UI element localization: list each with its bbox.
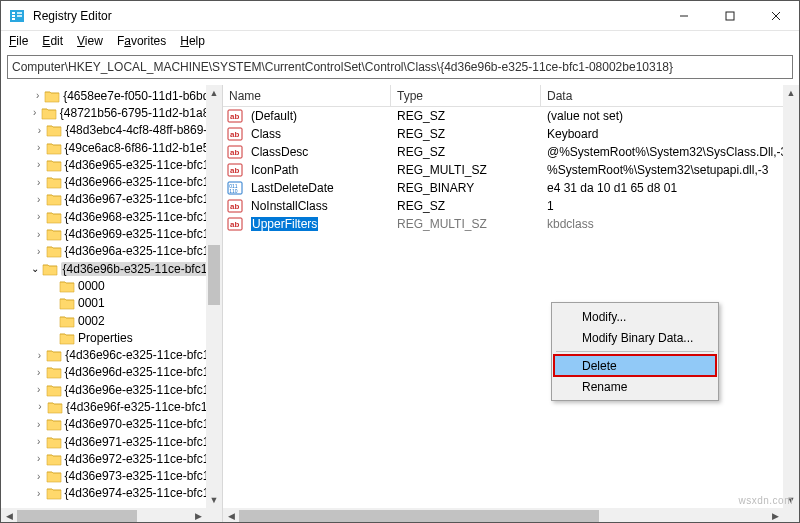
value-row[interactable]: 011110LastDeleteDateREG_BINARYe4 31 da 1…: [223, 179, 799, 197]
tree-item-label: {4658ee7e-f050-11d1-b6bd-0: [63, 89, 220, 103]
tree-item[interactable]: Properties: [1, 329, 222, 346]
scroll-right-icon[interactable]: ▶: [767, 508, 783, 523]
tree-item[interactable]: ›{4d36e973-e325-11ce-bfc1-0: [1, 468, 222, 485]
scroll-left-icon[interactable]: ◀: [1, 508, 17, 523]
tree-item[interactable]: 0002: [1, 312, 222, 329]
menu-view[interactable]: View: [77, 34, 103, 48]
menu-file[interactable]: FFileile: [9, 34, 28, 48]
chevron-icon[interactable]: ›: [32, 194, 46, 205]
list-vertical-scrollbar[interactable]: ▲ ▼: [783, 85, 799, 523]
menu-edit[interactable]: Edit: [42, 34, 63, 48]
svg-rect-1: [12, 12, 15, 14]
tree-item[interactable]: ›{4d36e96f-e325-11ce-bfc1-0: [1, 398, 222, 415]
chevron-icon[interactable]: ›: [29, 107, 41, 118]
tree-item[interactable]: ›{4d36e96e-e325-11ce-bfc1-0: [1, 381, 222, 398]
chevron-icon[interactable]: ›: [32, 350, 46, 361]
chevron-icon[interactable]: ›: [33, 125, 47, 136]
value-row[interactable]: abUpperFiltersREG_MULTI_SZkbdclass: [223, 215, 799, 233]
tree-item[interactable]: 0001: [1, 295, 222, 312]
scroll-up-icon[interactable]: ▲: [783, 85, 799, 101]
value-row[interactable]: abClassREG_SZKeyboard: [223, 125, 799, 143]
value-row[interactable]: abNoInstallClassREG_SZ1: [223, 197, 799, 215]
chevron-icon[interactable]: ›: [32, 211, 46, 222]
chevron-icon[interactable]: ›: [32, 142, 46, 153]
value-type: REG_MULTI_SZ: [391, 163, 541, 177]
chevron-icon[interactable]: ›: [32, 367, 46, 378]
menu-help[interactable]: Help: [180, 34, 205, 48]
tree-item[interactable]: ›{4d36e974-e325-11ce-bfc1-0: [1, 485, 222, 502]
svg-text:ab: ab: [230, 202, 239, 211]
list-horizontal-scrollbar[interactable]: ◀ ▶: [223, 508, 783, 523]
value-data: 1: [541, 199, 799, 213]
tree-item[interactable]: ⌄{4d36e96b-e325-11ce-bfc1-0: [1, 260, 222, 277]
menu-item-delete[interactable]: Delete: [554, 355, 716, 376]
maximize-button[interactable]: [707, 1, 753, 31]
close-button[interactable]: [753, 1, 799, 31]
col-header-type[interactable]: Type: [391, 85, 541, 106]
chevron-icon[interactable]: ›: [32, 436, 46, 447]
scroll-down-icon[interactable]: ▼: [206, 492, 222, 508]
tree-item-label: {4d36e966-e325-11ce-bfc1-0: [65, 175, 220, 189]
tree-item[interactable]: 0000: [1, 277, 222, 294]
chevron-icon[interactable]: ›: [32, 177, 46, 188]
svg-text:ab: ab: [230, 148, 239, 157]
tree-item[interactable]: ›{4d36e969-e325-11ce-bfc1-0: [1, 225, 222, 242]
chevron-icon[interactable]: ›: [32, 384, 46, 395]
value-row[interactable]: abClassDescREG_SZ@%SystemRoot%\System32\…: [223, 143, 799, 161]
tree-item[interactable]: ›{4d36e968-e325-11ce-bfc1-0: [1, 208, 222, 225]
values-pane[interactable]: Name Type Data ab(Default)REG_SZ(value n…: [223, 85, 799, 523]
window-title: Registry Editor: [33, 9, 112, 23]
tree-vertical-scrollbar[interactable]: ▲▼: [206, 85, 222, 523]
tree-item[interactable]: ›{48721b56-6795-11d2-b1a8-0: [1, 104, 222, 121]
chevron-icon[interactable]: ›: [32, 419, 46, 430]
tree-item[interactable]: ›{4d36e971-e325-11ce-bfc1-0: [1, 433, 222, 450]
tree-item-label: {4d36e96b-e325-11ce-bfc1-0: [61, 262, 220, 276]
menu-item-rename[interactable]: Rename: [554, 376, 716, 397]
svg-text:ab: ab: [230, 112, 239, 121]
chevron-icon[interactable]: ›: [32, 246, 46, 257]
chevron-icon[interactable]: ›: [32, 229, 46, 240]
tree-item[interactable]: ›{4d36e965-e325-11ce-bfc1-0: [1, 156, 222, 173]
chevron-icon[interactable]: ›: [32, 159, 46, 170]
value-row[interactable]: abIconPathREG_MULTI_SZ%SystemRoot%\Syste…: [223, 161, 799, 179]
tree-horizontal-scrollbar[interactable]: ◀▶: [1, 508, 206, 523]
chevron-icon[interactable]: ›: [31, 90, 44, 101]
minimize-button[interactable]: [661, 1, 707, 31]
menubar: FFileile Edit View Favorites Help: [1, 31, 799, 51]
scroll-up-icon[interactable]: ▲: [206, 85, 222, 101]
tree-item[interactable]: ›{4d36e96c-e325-11ce-bfc1-0: [1, 346, 222, 363]
tree-item[interactable]: ›{4658ee7e-f050-11d1-b6bd-0: [1, 87, 222, 104]
tree-item-label: {4d36e968-e325-11ce-bfc1-0: [65, 210, 220, 224]
watermark: wsxdn.com: [738, 495, 793, 506]
tree-item[interactable]: ›{4d36e96a-e325-11ce-bfc1-0: [1, 243, 222, 260]
hscroll-thumb[interactable]: [239, 510, 599, 522]
chevron-icon[interactable]: ⌄: [29, 263, 41, 274]
menu-favorites[interactable]: Favorites: [117, 34, 166, 48]
tree-item[interactable]: ›{4d36e972-e325-11ce-bfc1-0: [1, 450, 222, 467]
tree-item[interactable]: ›{4d36e96d-e325-11ce-bfc1-0: [1, 364, 222, 381]
scroll-left-icon[interactable]: ◀: [223, 508, 239, 523]
chevron-icon[interactable]: ›: [32, 471, 46, 482]
hscroll-thumb[interactable]: [17, 510, 137, 522]
value-data: (value not set): [541, 109, 799, 123]
tree-item[interactable]: ›{4d36e970-e325-11ce-bfc1-0: [1, 416, 222, 433]
tree-pane[interactable]: ›{4658ee7e-f050-11d1-b6bd-0›{48721b56-67…: [1, 85, 223, 523]
value-row[interactable]: ab(Default)REG_SZ(value not set): [223, 107, 799, 125]
col-header-name[interactable]: Name: [223, 85, 391, 106]
tree-item[interactable]: ›{49ce6ac8-6f86-11d2-b1e5-0: [1, 139, 222, 156]
tree-item[interactable]: ›{4d36e966-e325-11ce-bfc1-0: [1, 173, 222, 190]
scroll-right-icon[interactable]: ▶: [190, 508, 206, 523]
menu-item-modify-binary[interactable]: Modify Binary Data...: [554, 327, 716, 348]
col-header-data[interactable]: Data: [541, 85, 799, 106]
chevron-icon[interactable]: ›: [33, 401, 47, 412]
reg-binary-icon: 011110: [227, 180, 243, 196]
tree-item[interactable]: ›{48d3ebc4-4cf8-48ff-b869-9c: [1, 122, 222, 139]
chevron-icon[interactable]: ›: [32, 488, 46, 499]
tree-item-label: Properties: [78, 331, 133, 345]
address-bar[interactable]: Computer\HKEY_LOCAL_MACHINE\SYSTEM\Curre…: [7, 55, 793, 79]
vscroll-thumb[interactable]: [208, 245, 220, 305]
menu-item-modify[interactable]: Modify...: [554, 306, 716, 327]
svg-rect-2: [12, 15, 15, 17]
chevron-icon[interactable]: ›: [32, 453, 46, 464]
tree-item[interactable]: ›{4d36e967-e325-11ce-bfc1-0: [1, 191, 222, 208]
